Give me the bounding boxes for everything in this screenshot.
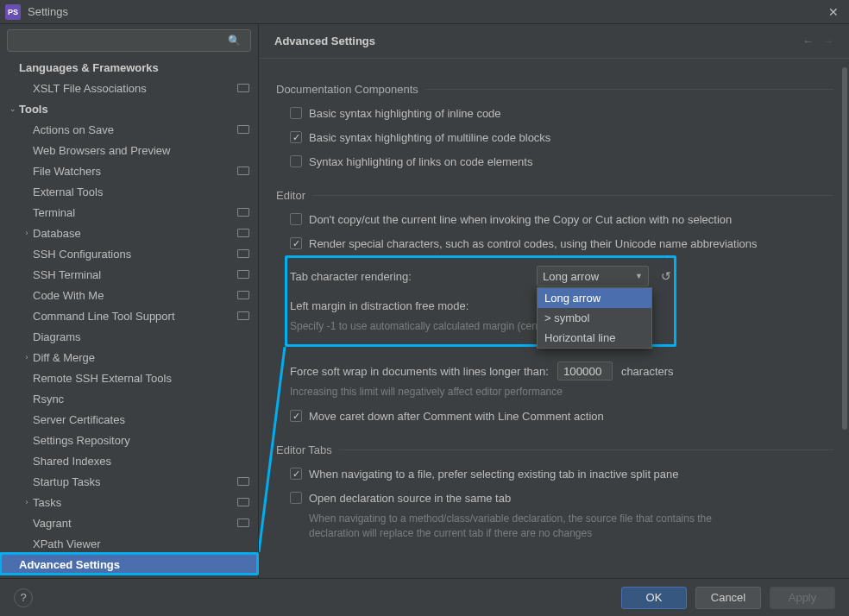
sidebar-item-xpath-viewer[interactable]: XPath Viewer: [0, 533, 258, 554]
sidebar-item-external-tools[interactable]: External Tools: [0, 181, 258, 202]
project-scope-icon: [237, 125, 249, 134]
label-move-caret: Move caret down after Comment with Line …: [309, 410, 604, 423]
sidebar-item-terminal[interactable]: Terminal: [0, 202, 258, 223]
sidebar-item-label: Database: [33, 227, 237, 240]
label-open-decl-same-tab: Open declaration source in the same tab: [309, 492, 511, 505]
sidebar-item-diff-merge[interactable]: ›Diff & Merge: [0, 347, 258, 368]
sidebar-item-diagrams[interactable]: Diagrams: [0, 326, 258, 347]
sidebar-item-code-with-me[interactable]: Code With Me: [0, 285, 258, 305]
sidebar-item-label: Code With Me: [33, 289, 237, 302]
select-tab-rendering[interactable]: Long arrow ▼: [537, 266, 649, 286]
sidebar-item-label: XSLT File Associations: [33, 82, 237, 95]
sidebar-item-label: Advanced Settings: [19, 558, 249, 571]
sidebar-item-database[interactable]: ›Database: [0, 223, 258, 243]
app-icon: PS: [5, 4, 21, 20]
sidebar-item-xslt-file-associations[interactable]: XSLT File Associations: [0, 78, 258, 98]
sidebar-item-vagrant[interactable]: Vagrant: [0, 512, 258, 533]
sidebar-item-label: Startup Tasks: [33, 475, 237, 488]
chevron-down-icon: ▼: [635, 272, 643, 280]
sidebar-item-label: SSH Configurations: [33, 248, 237, 261]
cancel-button[interactable]: Cancel: [695, 587, 761, 609]
project-scope-icon: [237, 229, 249, 237]
sidebar-item-command-line-tool-support[interactable]: Command Line Tool Support: [0, 305, 258, 326]
search-input[interactable]: [7, 29, 251, 52]
nav-back-icon[interactable]: ←: [802, 35, 814, 47]
label-links-highlight: Syntax highlighting of links on code ele…: [309, 155, 532, 168]
checkbox-prefer-existing-tab[interactable]: [290, 468, 302, 480]
settings-tree[interactable]: Languages & FrameworksXSLT File Associat…: [0, 57, 258, 578]
sidebar-item-web-browsers-and-preview[interactable]: Web Browsers and Preview: [0, 140, 258, 160]
label-render-special: Render special characters, such as contr…: [309, 237, 758, 250]
checkbox-move-caret[interactable]: [290, 410, 302, 422]
help-button[interactable]: ?: [14, 588, 33, 607]
sidebar-item-label: Vagrant: [33, 517, 237, 530]
label-multiline-highlight: Basic syntax highlighting of multiline c…: [309, 131, 550, 144]
section-editor: Editor: [276, 189, 833, 202]
label-tab-rendering: Tab character rendering:: [290, 270, 528, 283]
project-scope-icon: [237, 270, 249, 279]
nav-forward-icon[interactable]: →: [822, 35, 833, 47]
label-inline-highlight: Basic syntax highlighting of inline code: [309, 107, 501, 120]
option--symbol[interactable]: > symbol: [538, 308, 651, 328]
sidebar-item-remote-ssh-external-tools[interactable]: Remote SSH External Tools: [0, 368, 258, 388]
checkbox-open-decl-same-tab[interactable]: [290, 492, 302, 504]
checkbox-render-special[interactable]: [290, 237, 302, 249]
project-scope-icon: [237, 498, 249, 506]
label-soft-wrap-suffix: characters: [621, 365, 674, 378]
chevron-right-icon: ›: [21, 353, 33, 361]
sidebar-item-label: Command Line Tool Support: [33, 310, 237, 323]
sidebar-item-server-certificates[interactable]: Server Certificates: [0, 409, 258, 430]
sidebar-item-label: Actions on Save: [33, 123, 237, 136]
chevron-down-icon: ⌄: [7, 104, 19, 113]
sidebar-item-ssh-terminal[interactable]: SSH Terminal: [0, 264, 258, 285]
apply-button[interactable]: Apply: [770, 587, 835, 609]
checkbox-links-highlight[interactable]: [290, 155, 302, 167]
ok-button[interactable]: OK: [621, 587, 687, 609]
sidebar-item-label: Remote SSH External Tools: [33, 372, 249, 385]
desc-soft-wrap: Increasing this limit will negatively af…: [290, 385, 695, 399]
sidebar-item-label: External Tools: [33, 185, 249, 198]
project-scope-icon: [237, 84, 249, 92]
project-scope-icon: [237, 249, 249, 258]
sidebar-item-label: File Watchers: [33, 165, 237, 178]
sidebar-item-label: Diagrams: [33, 330, 249, 343]
scrollbar[interactable]: [840, 60, 849, 578]
sidebar-item-actions-on-save[interactable]: Actions on Save: [0, 119, 258, 140]
sidebar: 🔍 Languages & FrameworksXSLT File Associ…: [0, 24, 259, 578]
project-scope-icon: [237, 167, 249, 175]
page-title: Advanced Settings: [274, 35, 802, 47]
section-documentation: Documentation Components: [276, 83, 833, 96]
checkbox-multiline-highlight[interactable]: [290, 131, 302, 143]
close-icon[interactable]: ✕: [823, 5, 844, 19]
sidebar-item-startup-tasks[interactable]: Startup Tasks: [0, 471, 258, 492]
checkbox-dont-copy-cut[interactable]: [290, 213, 302, 225]
label-soft-wrap: Force soft wrap in documents with lines …: [290, 365, 549, 378]
sidebar-item-languages-frameworks[interactable]: Languages & Frameworks: [0, 57, 258, 78]
sidebar-item-label: Diff & Merge: [33, 351, 249, 364]
sidebar-item-label: Tools: [19, 103, 249, 116]
sidebar-item-tasks[interactable]: ›Tasks: [0, 492, 258, 512]
project-scope-icon: [237, 208, 249, 217]
sidebar-item-label: Terminal: [33, 206, 237, 219]
window-title: Settings: [28, 5, 823, 18]
dropdown-tab-rendering[interactable]: Long arrow> symbolHorizontal line: [537, 287, 652, 349]
sidebar-item-label: Web Browsers and Preview: [33, 144, 249, 157]
sidebar-item-file-watchers[interactable]: File Watchers: [0, 160, 258, 181]
input-soft-wrap[interactable]: [557, 361, 613, 380]
sidebar-item-shared-indexes[interactable]: Shared Indexes: [0, 450, 258, 471]
checkbox-inline-highlight[interactable]: [290, 107, 302, 119]
chevron-right-icon: ›: [21, 498, 33, 506]
sidebar-item-ssh-configurations[interactable]: SSH Configurations: [0, 243, 258, 264]
sidebar-item-rsync[interactable]: Rsync: [0, 388, 258, 409]
sidebar-item-tools[interactable]: ⌄Tools: [0, 98, 258, 119]
option-horizontal-line[interactable]: Horizontal line: [538, 328, 651, 348]
reset-icon[interactable]: ↺: [657, 267, 675, 285]
sidebar-item-label: Server Certificates: [33, 413, 249, 426]
sidebar-item-settings-repository[interactable]: Settings Repository: [0, 430, 258, 450]
search-icon: 🔍: [228, 35, 241, 47]
sidebar-item-label: SSH Terminal: [33, 268, 237, 281]
label-left-margin: Left margin in distraction free mode:: [290, 299, 528, 312]
sidebar-item-label: Tasks: [33, 496, 237, 509]
option-long-arrow[interactable]: Long arrow: [538, 288, 651, 308]
sidebar-item-advanced-settings[interactable]: Advanced Settings: [0, 554, 258, 575]
